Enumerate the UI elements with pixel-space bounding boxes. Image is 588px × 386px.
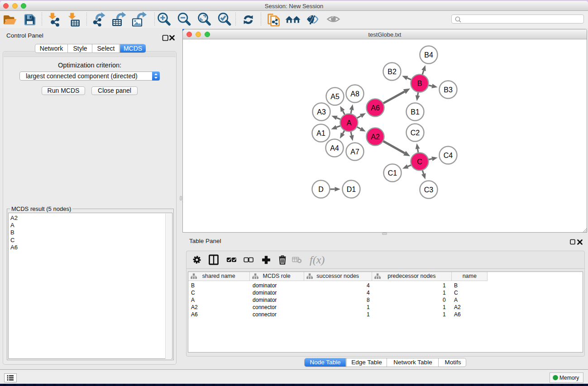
svg-text:Memory: Memory [559, 375, 579, 381]
svg-text:A3: A3 [317, 108, 326, 116]
svg-text:A8: A8 [350, 90, 359, 98]
svg-text:A: A [347, 119, 352, 127]
svg-text:B1: B1 [411, 108, 420, 116]
svg-text:B4: B4 [424, 51, 433, 59]
svg-text:A5: A5 [330, 93, 339, 100]
svg-text:A2: A2 [371, 133, 380, 141]
svg-text:B: B [417, 80, 422, 87]
svg-text:A7: A7 [350, 148, 359, 156]
svg-text:f(x): f(x) [310, 254, 325, 266]
svg-text:C1: C1 [388, 169, 397, 177]
svg-text:C: C [417, 158, 422, 166]
svg-text:C4: C4 [444, 152, 453, 159]
svg-text:A1: A1 [316, 129, 325, 137]
svg-text:C3: C3 [424, 186, 434, 194]
svg-text:B3: B3 [444, 86, 453, 94]
svg-text:A4: A4 [330, 144, 339, 152]
svg-text:B2: B2 [387, 68, 397, 76]
svg-text:A6: A6 [371, 104, 380, 112]
svg-text:D: D [318, 186, 324, 193]
svg-text:D1: D1 [347, 186, 356, 193]
svg-text:C2: C2 [411, 129, 420, 137]
